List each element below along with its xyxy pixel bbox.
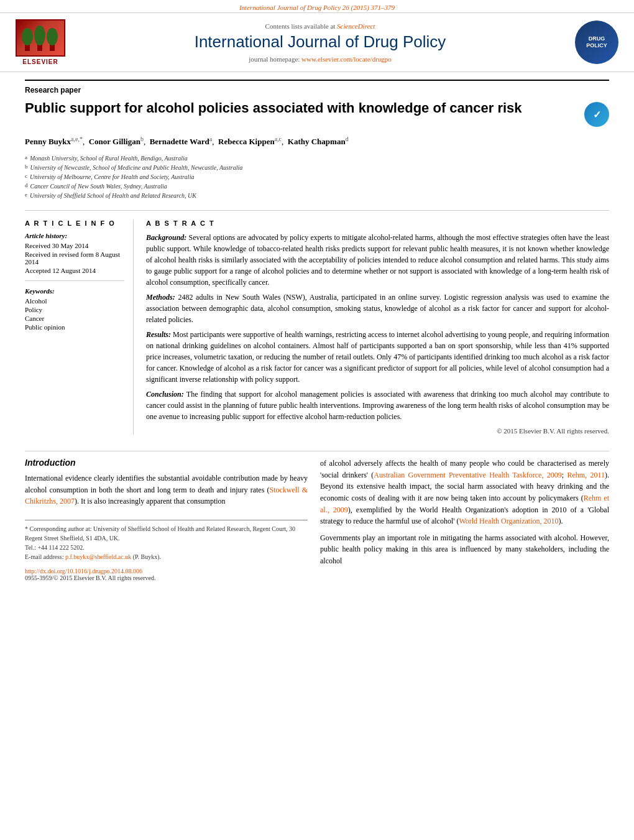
affil-2: b University of Newcastle, School of Med…	[25, 163, 609, 172]
doi-url[interactable]: http://dx.doi.org/10.1016/j.drugpo.2014.…	[25, 568, 142, 575]
affil-1: a Monash University, School of Rural Hea…	[25, 154, 609, 163]
journal-homepage-line: journal homepage: www.elsevier.com/locat…	[75, 55, 566, 63]
footnote-email-line: E-mail address: p.f.buykx@sheffield.ac.u…	[25, 552, 308, 561]
author-5-name: Kathy Chapman	[288, 137, 346, 146]
affiliations-block: a Monash University, School of Rural Hea…	[25, 154, 609, 200]
footnote-tel: Tel.: +44 114 222 5202.	[25, 543, 308, 552]
footnote-email-label: E-mail address:	[25, 553, 63, 560]
affil-3: c University of Melbourne, Centre for He…	[25, 172, 609, 182]
conclusion-text: The finding that support for alcohol man…	[146, 390, 609, 421]
intro-para-1: International evidence clearly identifie…	[25, 473, 308, 507]
keywords-label: Keywords:	[25, 287, 124, 295]
intro-right-para-2: Governments play an important role in mi…	[320, 532, 609, 567]
keyword-4: Public opinion	[25, 323, 124, 331]
keyword-3: Cancer	[25, 315, 124, 322]
svg-point-1	[22, 28, 33, 45]
elsevier-label: ELSEVIER	[22, 58, 58, 65]
article-content: Research paper Public support for alcoho…	[0, 72, 634, 445]
svg-point-3	[34, 25, 45, 45]
footnote-star-text: * Corresponding author at: University of…	[25, 524, 308, 543]
footnote-email-link[interactable]: p.f.buykx@sheffield.ac.uk	[65, 553, 131, 560]
doi-link: http://dx.doi.org/10.1016/j.drugpo.2014.…	[25, 568, 308, 575]
history-received: Received 30 May 2014	[25, 242, 124, 249]
crossmark-badge-icon: ✓	[584, 102, 609, 127]
copyright-line: © 2015 Elsevier B.V. All rights reserved…	[146, 427, 609, 435]
journal-header: ELSEVIER Contents lists available at Sci…	[0, 12, 634, 72]
intro-section: Introduction International evidence clea…	[0, 458, 634, 581]
article-info-heading: A R T I C L E I N F O	[25, 219, 124, 227]
background-label: Background:	[146, 233, 186, 242]
two-col-section: A R T I C L E I N F O Article history: R…	[25, 210, 609, 435]
journal-title-center: Contents lists available at ScienceDirec…	[75, 22, 566, 63]
elsevier-logo-icon	[16, 19, 65, 57]
article-type-label: Research paper	[25, 80, 609, 95]
methods-label: Methods:	[146, 293, 175, 302]
info-divider	[25, 280, 124, 281]
au-govt-link[interactable]: Australian Government Preventative Healt…	[374, 471, 561, 479]
author-4-name: Rebecca Kippen	[218, 137, 275, 146]
drug-policy-badge-icon: DRUG POLICY	[575, 21, 618, 64]
journal-main-title: International Journal of Drug Policy	[75, 32, 566, 52]
conclusion-label: Conclusion:	[146, 390, 184, 399]
affil-4: d Cancer Council of New South Wales, Syd…	[25, 182, 609, 191]
intro-right-col: of alcohol adversely affects the health …	[320, 458, 609, 581]
journal-homepage-link[interactable]: www.elsevier.com/locate/drugpo	[301, 55, 392, 63]
history-accepted: Accepted 12 August 2014	[25, 267, 124, 274]
keyword-2: Policy	[25, 306, 124, 313]
authors-line: Penny Buykxa,e,*, Conor Gilliganb, Berna…	[25, 134, 609, 149]
methods-text: 2482 adults in New South Wales (NSW), Au…	[146, 293, 609, 324]
elsevier-tree-icon	[22, 23, 59, 53]
intro-left-col: Introduction International evidence clea…	[25, 458, 308, 581]
abstract-methods: Methods: 2482 adults in New South Wales …	[146, 292, 609, 325]
intro-right-para-1: of alcohol adversely affects the health …	[320, 458, 609, 527]
background-text: Several options are advocated by policy …	[146, 233, 609, 287]
article-title-row: Public support for alcohol policies asso…	[25, 99, 609, 127]
rehm-2011-link[interactable]: Rehm, 2011	[567, 471, 605, 479]
footnote-email-name: (P. Buykx).	[133, 553, 161, 560]
contents-available-line: Contents lists available at ScienceDirec…	[75, 22, 566, 30]
author-2-name: Conor Gilligan	[89, 137, 140, 146]
abstract-background: Background: Several options are advocate…	[146, 232, 609, 288]
elsevier-logo-container: ELSEVIER	[12, 19, 68, 65]
history-received-revised: Received in revised form 8 August 2014	[25, 251, 124, 265]
svg-point-5	[47, 28, 58, 45]
author-3-name: Bernadette Ward	[150, 137, 209, 146]
keyword-1: Alcohol	[25, 297, 124, 305]
footnote-block: * Corresponding author at: University of…	[25, 520, 308, 561]
author-1-name: Penny Buykx	[25, 137, 71, 146]
affil-5: e University of Sheffield School of Heal…	[25, 191, 609, 200]
article-history-label: Article history:	[25, 232, 124, 239]
top-citation-bar: International Journal of Drug Policy 26 …	[0, 0, 634, 12]
issn-line: 0955-3959/© 2015 Elsevier B.V. All right…	[25, 575, 308, 581]
introduction-heading: Introduction	[25, 458, 308, 468]
article-title: Public support for alcohol policies asso…	[25, 99, 578, 118]
abstract-conclusion: Conclusion: The finding that support for…	[146, 389, 609, 422]
sciencedirect-link[interactable]: ScienceDirect	[337, 22, 375, 30]
top-citation-text: International Journal of Drug Policy 26 …	[239, 4, 395, 11]
drug-policy-logo: DRUG POLICY	[572, 21, 622, 64]
abstract-col: A B S T R A C T Background: Several opti…	[146, 219, 609, 435]
results-text: Most participants were supportive of hea…	[146, 330, 609, 384]
article-info-col: A R T I C L E I N F O Article history: R…	[25, 219, 134, 435]
who-2010-link[interactable]: World Health Organization, 2010	[459, 517, 558, 525]
section-divider	[25, 451, 609, 451]
results-label: Results:	[146, 330, 171, 339]
abstract-heading: A B S T R A C T	[146, 219, 609, 227]
abstract-results: Results: Most participants were supporti…	[146, 329, 609, 385]
